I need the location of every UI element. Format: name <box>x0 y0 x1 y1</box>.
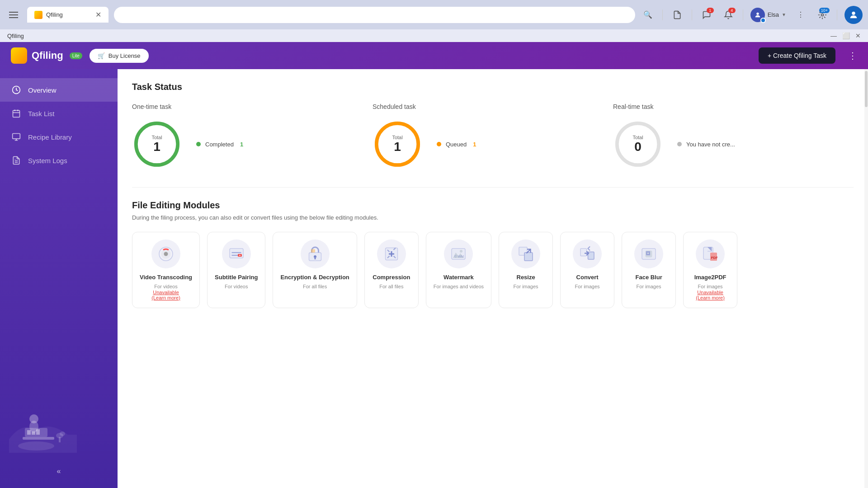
cart-icon: 🛒 <box>98 52 105 59</box>
resize-sub: For images <box>514 283 538 290</box>
browser-tab[interactable]: Qfiling ✕ <box>27 7 108 23</box>
scrollbar[interactable] <box>864 69 868 488</box>
encryption-icon <box>301 239 330 268</box>
sidebar-illustration <box>0 394 118 464</box>
svg-point-23 <box>60 432 65 436</box>
search-icon[interactable]: 🔍 <box>641 8 655 22</box>
module-face-blur[interactable]: Face Blur For images <box>622 232 676 308</box>
header-more-button[interactable]: ⋮ <box>848 50 857 61</box>
collapse-sidebar-button[interactable]: « <box>0 464 118 479</box>
one-time-legend: Completed 1 <box>196 141 243 148</box>
docs-icon[interactable] <box>670 8 684 22</box>
svg-point-17 <box>29 414 38 423</box>
module-compression[interactable]: Compression For all files <box>364 232 419 308</box>
svg-rect-46 <box>524 253 533 261</box>
one-time-total: Total 1 <box>151 135 162 154</box>
app-name: Qfiling <box>32 50 63 61</box>
svg-rect-4 <box>13 110 20 117</box>
face-blur-name: Face Blur <box>635 274 662 282</box>
browser-address-bar[interactable] <box>114 7 635 23</box>
subtitle-pairing-name: Subtitle Pairing <box>215 274 258 282</box>
scrollbar-thumb[interactable] <box>865 71 868 107</box>
maximize-button[interactable]: ⬜ <box>842 32 850 39</box>
svg-rect-8 <box>13 134 20 139</box>
image2pdf-unavailable[interactable]: Unavailable(Learn more) <box>696 290 725 300</box>
overview-icon <box>11 84 22 95</box>
subtitle-pairing-sub: For videos <box>225 283 248 290</box>
compression-icon <box>377 239 406 268</box>
watermark-icon: © WM <box>444 239 473 268</box>
scheduled-chart: Total 1 <box>373 119 422 169</box>
message-icon[interactable]: 1 <box>699 8 714 22</box>
scheduled-legend: Queued 1 <box>437 141 476 148</box>
message-badge: 1 <box>707 8 714 13</box>
svg-rect-20 <box>36 429 40 435</box>
svg-rect-52 <box>646 251 647 253</box>
realtime-total-num: 0 <box>632 140 643 154</box>
svg-point-0 <box>756 12 759 14</box>
completed-label: Completed <box>205 141 234 148</box>
divider <box>692 9 692 20</box>
extensions-badge: 10+ <box>819 8 830 13</box>
module-encryption[interactable]: Encryption & Decryption For all files <box>273 232 357 308</box>
module-watermark[interactable]: © WM Watermark For images and videos <box>426 232 491 308</box>
not-created-dot <box>677 142 682 146</box>
video-transcoding-unavailable[interactable]: Unavailable(Learn more) <box>151 290 180 300</box>
app-body: Overview Task List Recipe Library System… <box>0 69 868 488</box>
queued-count: 1 <box>473 141 476 148</box>
svg-rect-14 <box>23 437 54 440</box>
legend-not-created: You have not cre... <box>677 141 735 148</box>
sidebar-item-task-list[interactable]: Task List <box>0 102 118 125</box>
sidebar-item-system-logs[interactable]: System Logs <box>0 149 118 172</box>
face-blur-icon <box>634 239 663 268</box>
compression-sub: For all files <box>379 283 403 290</box>
sidebar-item-overview[interactable]: Overview <box>0 78 118 102</box>
module-convert[interactable]: Convert For images <box>560 232 614 308</box>
app-logo: Qfiling Lite <box>11 47 82 64</box>
avatar <box>750 8 765 22</box>
user-area[interactable]: Elsa ▼ <box>750 8 786 22</box>
module-video-transcoding[interactable]: Video Transcoding For videos Unavailable… <box>132 232 200 308</box>
svg-rect-40 <box>311 249 315 253</box>
one-time-task-column: One-time task Total 1 <box>132 103 373 169</box>
buy-license-button[interactable]: 🛒 Buy License <box>90 49 149 63</box>
svg-rect-59 <box>649 254 650 255</box>
close-button[interactable]: ✕ <box>855 32 861 39</box>
more-options-icon[interactable]: ⋮ <box>793 8 808 22</box>
app-window: Qfiling — ⬜ ✕ Qfiling Lite 🛒 Buy License… <box>0 29 868 488</box>
scheduled-total-num: 1 <box>392 140 402 154</box>
sidebar-item-recipe-library[interactable]: Recipe Library <box>0 125 118 149</box>
app-header: Qfiling Lite 🛒 Buy License + Create Qfil… <box>0 42 868 69</box>
task-status-title: Task Status <box>132 82 854 92</box>
sidebar-overview-label: Overview <box>28 86 57 94</box>
legend-queued: Queued 1 <box>437 141 476 148</box>
one-time-task-label: One-time task <box>132 103 171 110</box>
scheduled-circle-area: Total 1 Queued 1 <box>373 119 476 169</box>
queued-dot <box>437 142 441 146</box>
minimize-button[interactable]: — <box>830 32 837 39</box>
svg-rect-48 <box>580 249 587 256</box>
task-list-icon <box>11 108 22 119</box>
buy-license-label: Buy License <box>108 52 141 59</box>
module-subtitle-pairing[interactable]: Subtitle Pairing For videos <box>207 232 265 308</box>
video-transcoding-icon <box>151 239 180 268</box>
create-task-button[interactable]: + Create Qfiling Task <box>759 47 835 64</box>
queued-label: Queued <box>446 141 467 148</box>
modules-desc: During the filing process, you can also … <box>132 214 854 221</box>
svg-text:PDF: PDF <box>711 256 718 260</box>
svg-rect-18 <box>27 430 31 435</box>
module-image2pdf[interactable]: PDF Image2PDF For images Unavailable(Lea… <box>683 232 737 308</box>
bell-badge: 4 <box>728 8 736 13</box>
bell-icon[interactable]: 4 <box>721 8 736 22</box>
image2pdf-icon: PDF <box>696 239 725 268</box>
extensions-icon[interactable]: 10+ <box>815 8 830 22</box>
sidebar-task-list-label: Task List <box>28 110 54 117</box>
tab-close-button[interactable]: ✕ <box>95 10 101 19</box>
svg-rect-57 <box>646 254 647 255</box>
watermark-name: Watermark <box>443 274 474 282</box>
browser-menu-button[interactable] <box>5 8 22 22</box>
profile-avatar[interactable] <box>844 6 863 24</box>
realtime-chart: Total 0 <box>613 119 663 169</box>
module-resize[interactable]: Resize For images <box>499 232 553 308</box>
svg-point-43 <box>460 250 462 253</box>
